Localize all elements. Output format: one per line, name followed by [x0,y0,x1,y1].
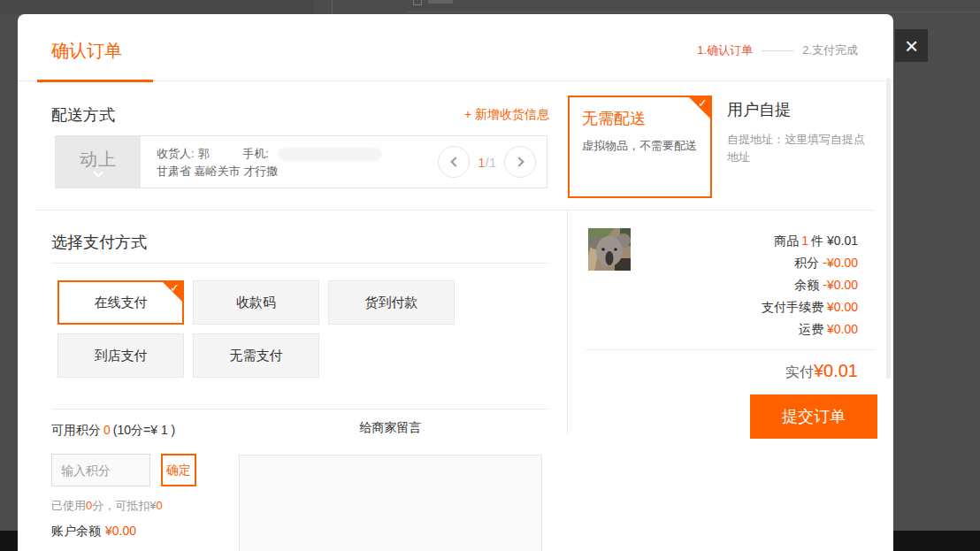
balance-label: 账户余额 [51,524,101,538]
step-payment-complete: 2.支付完成 [802,42,858,58]
section-divider [35,210,874,210]
background-divider [407,11,980,12]
payment-method-label: 收款码 [236,295,276,311]
background-text-fragment [428,0,453,4]
payment-method-none[interactable]: 无需支付 [193,333,319,378]
summary-line: 运费¥0.00 [762,318,858,341]
address-details: 收货人:郭 手机: 甘肃省 嘉峪关市 才行撒 [141,136,382,187]
page-title: 确认订单 [51,39,122,63]
summary-divider [586,349,874,350]
address-tag[interactable]: 动上 [56,136,141,187]
summary-line: 支付手续费¥0.00 [762,296,858,318]
total-row: 实付 ¥0.01 [785,361,858,382]
close-icon: × [905,34,918,57]
points-input[interactable] [51,454,150,486]
phone-label: 手机: [242,147,269,160]
background-checkbox-icon [413,0,422,5]
step-connector [762,50,793,51]
active-tab-underline [37,80,153,82]
check-icon: ✓ [170,282,180,294]
payment-section-title: 选择支付方式 [51,232,147,253]
option-title: 无需配送 [582,108,698,129]
delivery-option-self-pickup[interactable]: 用户自提 自提地址：这里填写自提点地址 [727,99,869,166]
delivery-section-title: 配送方式 [51,104,115,126]
summary-product-line: 商品1件 ¥0.01 [762,230,858,252]
payment-method-label: 无需支付 [230,348,283,364]
points-label: 可用积分 [51,423,101,437]
payment-method-label: 到店支付 [95,348,148,364]
payment-title-divider [51,263,549,264]
payment-method-instore[interactable]: 到店支付 [57,333,184,378]
total-value: ¥0.01 [814,361,858,381]
scrollbar-thumb[interactable] [886,78,891,379]
summary-line: 余额-¥0.00 [762,274,858,296]
option-description: 虚拟物品，不需要配送 [582,138,698,154]
background-page-fragment [0,0,314,14]
product-thumbnail-koala [588,228,631,271]
total-label: 实付 [785,364,814,382]
phone-number-redacted [278,148,382,161]
summary-line: 积分-¥0.00 [762,252,858,274]
next-address-button[interactable] [504,146,536,178]
confirm-points-button[interactable]: 确定 [161,454,196,486]
points-section-divider [51,409,549,409]
payment-method-qrcode[interactable]: 收款码 [193,280,319,325]
merchant-message-label: 给商家留言 [239,420,542,436]
receiver-label: 收货人: [157,147,195,160]
submit-order-button[interactable]: 提交订单 [750,394,877,439]
address-pagination: 1/1 [438,136,547,187]
chevron-right-icon [514,157,524,166]
payment-method-online[interactable]: ✓ 在线支付 [57,280,184,325]
prev-address-button[interactable] [438,146,470,178]
available-points-line: 可用积分0(10分=¥ 1 ) [51,423,175,439]
step-confirm-order: 1.确认订单 [697,42,753,58]
payment-method-label: 在线支付 [95,295,148,311]
check-icon: ✓ [698,97,708,109]
chevron-left-icon [450,157,460,166]
background-divider [332,0,333,14]
modal-header: 确认订单 1.确认订单 2.支付完成 [18,14,893,81]
option-description: 自提地址：这里填写自提点地址 [727,131,869,166]
address-page-indicator: 1/1 [478,155,496,170]
address-card[interactable]: 动上 收货人:郭 手机: 甘肃省 嘉峪关市 才行撒 1/1 [55,135,547,188]
add-address-link[interactable]: + 新增收货信息 [464,107,549,123]
option-title: 用户自提 [727,99,869,120]
delivery-option-no-shipping[interactable]: ✓ 无需配送 虚拟物品，不需要配送 [568,96,712,198]
checkout-steps: 1.确认订单 2.支付完成 [697,42,858,58]
close-button[interactable]: × [895,29,928,62]
payment-methods: ✓ 在线支付 收款码 货到付款 到店支付 无需支付 [57,280,469,378]
merchant-message-textarea[interactable] [239,455,542,551]
points-value: 0 [103,423,111,437]
points-usage-line: 已使用0分，可抵扣¥0 [51,498,163,514]
receiver-name: 郭 [198,147,210,160]
confirm-order-modal: 确认订单 1.确认订单 2.支付完成 配送方式 + 新增收货信息 动上 收货人:… [18,14,893,551]
payment-method-label: 货到付款 [365,295,418,311]
points-rate: (10分=¥ 1 ) [113,423,175,437]
address-region: 甘肃省 嘉峪关市 才行撒 [157,163,382,180]
balance-value: ¥0.00 [105,524,136,538]
payment-method-cod[interactable]: 货到付款 [328,280,455,325]
order-summary-lines: 商品1件 ¥0.01 积分-¥0.00 余额-¥0.00 支付手续费¥0.00 … [762,230,858,341]
account-balance-line: 账户余额¥0.00 [51,524,136,540]
column-divider [567,210,568,433]
